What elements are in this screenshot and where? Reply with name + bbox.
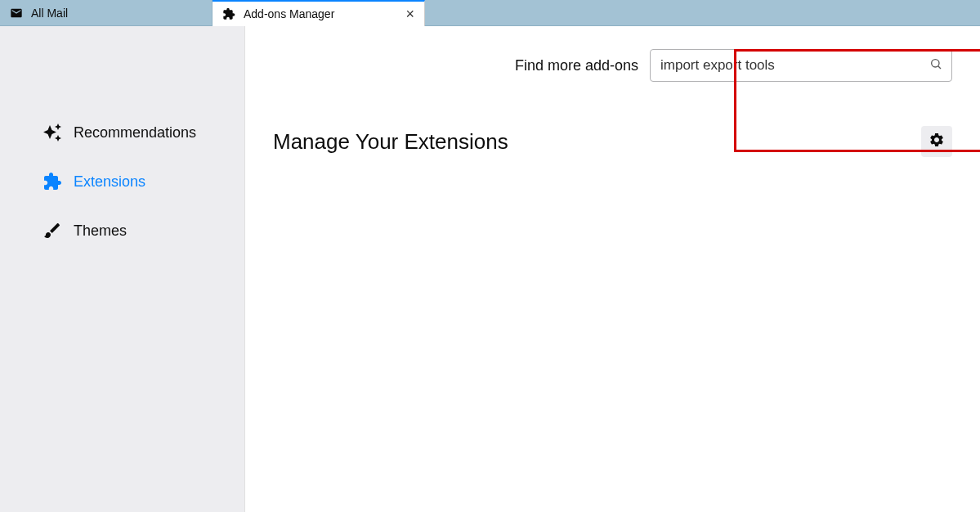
content: Find more add-ons Manage Your Extensions bbox=[245, 26, 980, 512]
puzzle-icon bbox=[43, 172, 62, 191]
search-row: Find more add-ons bbox=[273, 49, 952, 82]
close-icon[interactable]: × bbox=[405, 6, 414, 23]
page-title: Manage Your Extensions bbox=[273, 129, 508, 155]
sparkle-icon bbox=[43, 123, 62, 142]
sidebar-item-label: Recommendations bbox=[74, 124, 196, 141]
sidebar: Recommendations Extensions Themes bbox=[0, 26, 245, 512]
svg-line-1 bbox=[938, 66, 941, 69]
tab-bar: All Mail Add-ons Manager × bbox=[0, 0, 980, 26]
search-wrap bbox=[650, 49, 952, 82]
search-icon[interactable] bbox=[929, 57, 942, 74]
heading-row: Manage Your Extensions bbox=[273, 126, 952, 157]
mail-icon bbox=[10, 7, 23, 20]
settings-button[interactable] bbox=[921, 126, 952, 157]
tab-addons-manager[interactable]: Add-ons Manager × bbox=[213, 0, 425, 26]
puzzle-icon bbox=[222, 7, 235, 20]
tab-all-mail[interactable]: All Mail bbox=[0, 0, 213, 26]
main-area: Recommendations Extensions Themes Find m… bbox=[0, 26, 980, 512]
tab-label: Add-ons Manager bbox=[244, 7, 334, 20]
search-input[interactable] bbox=[650, 49, 952, 82]
search-label: Find more add-ons bbox=[515, 57, 638, 74]
sidebar-item-extensions[interactable]: Extensions bbox=[0, 157, 244, 206]
sidebar-item-themes[interactable]: Themes bbox=[0, 206, 244, 255]
sidebar-item-recommendations[interactable]: Recommendations bbox=[0, 108, 244, 157]
tab-label: All Mail bbox=[31, 7, 68, 20]
tab-bar-space bbox=[425, 0, 980, 26]
brush-icon bbox=[43, 221, 62, 240]
sidebar-item-label: Extensions bbox=[74, 173, 145, 191]
gear-icon bbox=[929, 132, 945, 151]
svg-point-0 bbox=[932, 60, 939, 67]
sidebar-item-label: Themes bbox=[74, 222, 127, 240]
